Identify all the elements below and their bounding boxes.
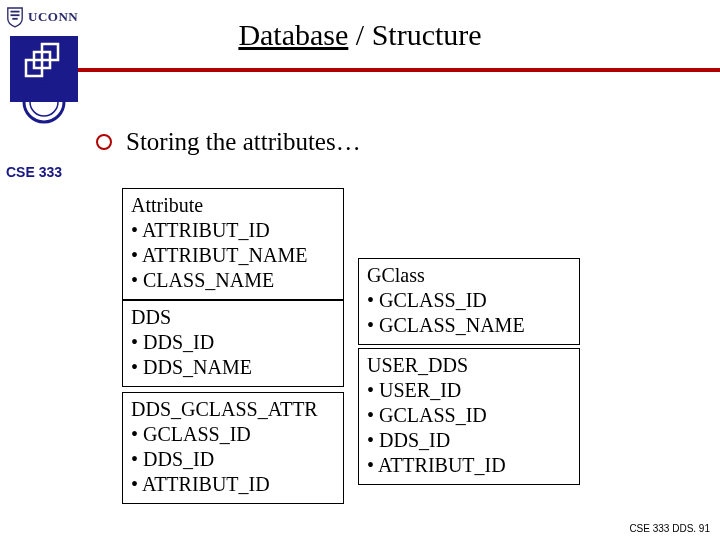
department-seal-icon [8,34,80,124]
table-attribute: Attribute • ATTRIBUT_ID • ATTRIBUT_NAME … [122,188,344,300]
table-field: • DDS_NAME [131,355,335,380]
table-field: • ATTRIBUT_ID [131,472,335,497]
table-field: • GCLASS_NAME [367,313,571,338]
bullet-text: Storing the attributes… [126,128,361,156]
table-field: • DDS_ID [131,447,335,472]
slide-title: Database / Structure [0,18,720,52]
title-rule [12,68,720,72]
table-field: • ATTRIBUT_NAME [131,243,335,268]
table-user-dds: USER_DDS • USER_ID • GCLASS_ID • DDS_ID … [358,348,580,485]
table-name: USER_DDS [367,353,571,378]
table-field: • GCLASS_ID [367,288,571,313]
table-field: • ATTRIBUT_ID [367,453,571,478]
bullet-item: Storing the attributes… [96,128,361,156]
table-name: DDS [131,305,335,330]
course-code: CSE 333 [6,164,62,180]
title-rest: / Structure [348,18,481,51]
table-dds-gclass-attr: DDS_GCLASS_ATTR • GCLASS_ID • DDS_ID • A… [122,392,344,504]
table-name: DDS_GCLASS_ATTR [131,397,335,422]
svg-rect-0 [11,11,20,13]
slide-footer: CSE 333 DDS. 91 [629,523,710,534]
table-field: • USER_ID [367,378,571,403]
table-field: • GCLASS_ID [367,403,571,428]
table-name: GClass [367,263,571,288]
table-field: • GCLASS_ID [131,422,335,447]
bullet-icon [96,134,112,150]
table-field: • CLASS_NAME [131,268,335,293]
table-name: Attribute [131,193,335,218]
title-underlined: Database [238,18,348,51]
svg-rect-1 [11,14,20,16]
table-dds: DDS • DDS_ID • DDS_NAME [122,300,344,387]
table-field: • ATTRIBUT_ID [131,218,335,243]
table-field: • DDS_ID [367,428,571,453]
table-gclass: GClass • GCLASS_ID • GCLASS_NAME [358,258,580,345]
table-field: • DDS_ID [131,330,335,355]
